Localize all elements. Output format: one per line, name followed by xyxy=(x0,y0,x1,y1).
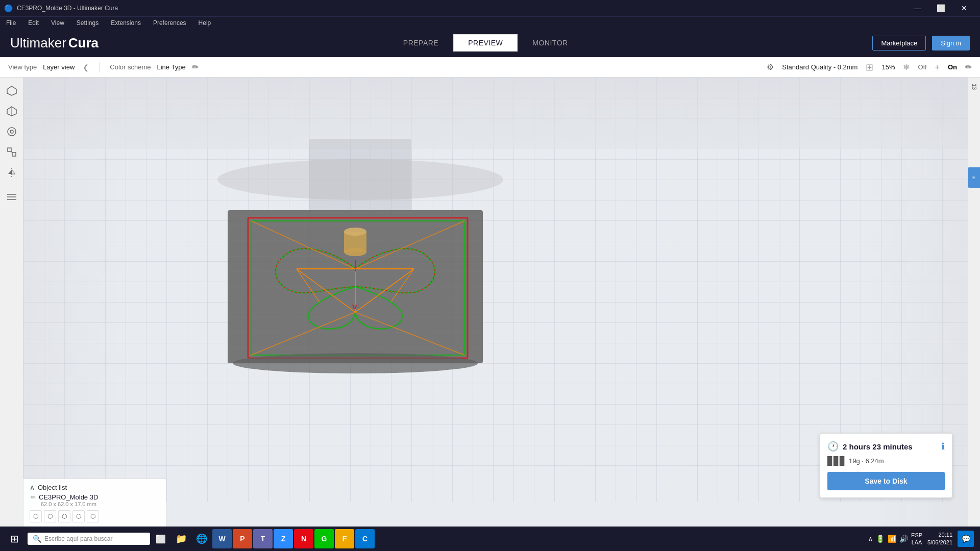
start-button[interactable]: ⊞ xyxy=(2,527,27,551)
menu-file[interactable]: File xyxy=(4,18,18,28)
tab-prepare[interactable]: PREPARE xyxy=(388,34,453,52)
tool-object[interactable] xyxy=(3,102,21,120)
chevron-up-icon[interactable]: ∧ xyxy=(868,535,873,542)
tool-layer-view[interactable] xyxy=(3,188,21,206)
marketplace-button[interactable]: Marketplace xyxy=(872,36,926,51)
svg-rect-72 xyxy=(309,139,411,210)
info-panel: 🕐 2 hours 23 minutes ℹ ▊▊▊ 19g · 6.24m S… xyxy=(820,433,952,498)
notifications-button[interactable]: 💬 xyxy=(958,531,974,547)
tool-rotate[interactable] xyxy=(3,122,21,141)
color-scheme-label: Color scheme xyxy=(110,63,151,71)
menu-preferences[interactable]: Preferences xyxy=(151,18,188,28)
taskbar-zoom[interactable]: Z xyxy=(274,529,293,548)
object-list-label: Object list xyxy=(38,484,67,491)
save-to-disk-button[interactable]: Save to Disk xyxy=(827,472,945,490)
tool-solid-view[interactable] xyxy=(3,82,21,100)
maximize-button[interactable]: ⬜ xyxy=(929,0,952,16)
cooling-off-label: Off xyxy=(918,63,926,71)
info-weight: ▊▊▊ 19g · 6.24m xyxy=(827,456,945,466)
obj-icon-more[interactable]: ⬡ xyxy=(87,510,99,522)
app-title: CE3PRO_Molde 3D - Ultimaker Cura xyxy=(17,5,118,12)
taskbar-line[interactable]: G xyxy=(314,529,334,548)
toolbar-row: View type Layer view ❮ Color scheme Line… xyxy=(0,57,980,78)
nav-tabs: PREPARE PREVIEW MONITOR xyxy=(388,34,583,52)
object-dimensions: 62.0 x 62.0 x 17.0 mm xyxy=(41,501,160,507)
taskbar: ⊞ 🔍 Escribe aquí para buscar ⬜ 📁 🌐 W P T… xyxy=(0,527,980,551)
taskbar-powerpoint[interactable]: P xyxy=(233,529,252,548)
clock[interactable]: 20:11 5/06/2021 xyxy=(925,531,954,547)
tab-preview[interactable]: PREVIEW xyxy=(453,34,518,52)
logo: Ultimaker Cura xyxy=(10,35,99,51)
svg-point-4 xyxy=(10,130,13,133)
minimize-button[interactable]: — xyxy=(905,0,929,16)
info-time-row: 🕐 2 hours 23 minutes ℹ xyxy=(827,441,945,452)
percent-label: 15% xyxy=(881,63,895,71)
color-scheme-value[interactable]: Line Type xyxy=(157,63,185,71)
taskbar-word[interactable]: W xyxy=(212,529,232,548)
viewport-border-left xyxy=(23,78,126,527)
taskbar-chrome[interactable]: 🌐 xyxy=(192,529,211,548)
main-area: ∧ Object list ✏ CE3PRO_Molde 3D 62.0 x 6… xyxy=(0,78,980,551)
tab-monitor[interactable]: MONITOR xyxy=(518,34,582,52)
close-button[interactable]: ✕ xyxy=(952,0,976,16)
titlebar: 🔵 CE3PRO_Molde 3D - Ultimaker Cura — ⬜ ✕ xyxy=(0,0,980,16)
cooling-icon: ❄ xyxy=(903,62,910,72)
system-tray: ∧ 🔋 📶 🔊 ESP LAA 20:11 5/06/2021 💬 xyxy=(864,531,978,547)
info-time: 🕐 2 hours 23 minutes xyxy=(827,441,913,452)
menu-view[interactable]: View xyxy=(49,18,66,28)
time-value: 2 hours 23 minutes xyxy=(843,442,913,451)
volume-icon: 🔊 xyxy=(899,535,908,543)
menu-help[interactable]: Help xyxy=(197,18,213,28)
signin-button[interactable]: Sign in xyxy=(932,36,970,51)
left-sidebar xyxy=(0,78,23,551)
view-type-chevron[interactable]: ❮ xyxy=(83,63,89,71)
toolbar-right: ⚙ Standard Quality - 0.2mm ⊞ 15% ❄ Off +… xyxy=(767,62,972,73)
svg-point-66 xyxy=(344,228,366,236)
obj-icon-mesh[interactable]: ⬡ xyxy=(30,510,42,522)
header: Ultimaker Cura PREPARE PREVIEW MONITOR M… xyxy=(0,29,980,57)
svg-point-71 xyxy=(233,353,478,373)
obj-icon-mirror[interactable]: ⬡ xyxy=(58,510,70,522)
layer-slider[interactable]: 13 ≡ xyxy=(968,78,980,527)
obj-icon-duplicate[interactable]: ⬡ xyxy=(44,510,56,522)
view-type-label: View type xyxy=(8,63,37,71)
obj-icon-delete[interactable]: ⬡ xyxy=(72,510,85,522)
view-type-value[interactable]: Layer view xyxy=(43,63,75,71)
task-view-button[interactable]: ⬜ xyxy=(151,529,170,548)
layer-handle[interactable]: ≡ xyxy=(968,167,980,188)
svg-point-3 xyxy=(8,128,16,136)
object-list-chevron: ∧ xyxy=(30,483,35,491)
svg-marker-9 xyxy=(8,170,12,174)
svg-rect-5 xyxy=(8,148,11,152)
quality-settings-icon[interactable]: ⚙ xyxy=(767,62,774,72)
tool-mirror[interactable] xyxy=(3,163,21,182)
taskbar-netflix[interactable]: N xyxy=(294,529,313,548)
taskbar-teams[interactable]: T xyxy=(253,529,273,548)
taskbar-explorer[interactable]: 📁 xyxy=(172,529,191,548)
language-indicator: ESP LAA xyxy=(911,532,922,546)
menu-extensions[interactable]: Extensions xyxy=(109,18,143,28)
cooling-edit-icon[interactable]: ✏ xyxy=(965,62,972,72)
layer-number: 13 xyxy=(971,84,977,90)
tool-scale[interactable] xyxy=(3,143,21,161)
menu-edit[interactable]: Edit xyxy=(26,18,41,28)
viewport[interactable]: ∧ Object list ✏ CE3PRO_Molde 3D 62.0 x 6… xyxy=(23,78,968,527)
logo-ultimaker: Ultimaker xyxy=(10,35,66,51)
app-icon: 🔵 xyxy=(4,4,13,12)
color-scheme-edit-icon[interactable]: ✏ xyxy=(192,62,199,72)
quality-label[interactable]: Standard Quality - 0.2mm xyxy=(782,63,857,71)
info-icon[interactable]: ℹ xyxy=(941,441,945,452)
search-bar[interactable]: 🔍 Escribe aquí para buscar xyxy=(28,533,150,545)
object-list-header[interactable]: ∧ Object list xyxy=(30,483,160,491)
menu-settings[interactable]: Settings xyxy=(75,18,101,28)
taskbar-edge[interactable]: C xyxy=(355,529,375,548)
logo-cura: Cura xyxy=(68,35,99,51)
pencil-icon: ✏ xyxy=(31,494,36,501)
titlebar-left: 🔵 CE3PRO_Molde 3D - Ultimaker Cura xyxy=(4,4,118,12)
weight-bars-icon: ▊▊▊ xyxy=(827,456,846,466)
search-placeholder: Escribe aquí para buscar xyxy=(44,535,112,542)
object-list-panel: ∧ Object list ✏ CE3PRO_Molde 3D 62.0 x 6… xyxy=(23,479,166,527)
cooling-on-label: On xyxy=(948,63,957,71)
menubar: File Edit View Settings Extensions Prefe… xyxy=(0,16,980,29)
taskbar-freecad[interactable]: F xyxy=(335,529,354,548)
